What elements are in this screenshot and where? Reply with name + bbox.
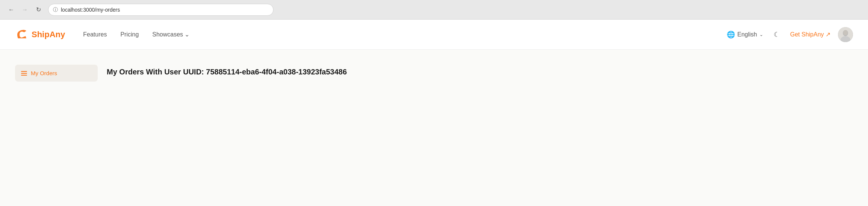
showcases-chevron-icon: ⌄	[184, 31, 189, 38]
get-shipany-button[interactable]: Get ShipAny ↗	[790, 31, 830, 38]
nav-buttons: ← → ↻	[6, 5, 44, 15]
language-selector[interactable]: 🌐 English ⌄	[727, 30, 763, 39]
showcases-label: Showcases	[152, 31, 183, 38]
features-link[interactable]: Features	[83, 31, 107, 38]
features-label: Features	[83, 31, 107, 38]
svg-point-3	[843, 30, 848, 35]
content-area: My Orders With User UUID: 75885114-eba6-…	[107, 65, 853, 82]
moon-icon: ☾	[774, 30, 780, 39]
pricing-link[interactable]: Pricing	[120, 31, 139, 38]
theme-toggle-button[interactable]: ☾	[771, 29, 783, 41]
nav-links: Features Pricing Showcases ⌄	[83, 31, 727, 38]
hamburger-line-1	[21, 71, 27, 72]
sidebar-my-orders[interactable]: My Orders	[15, 65, 98, 82]
info-icon: ⓘ	[53, 6, 58, 13]
address-bar[interactable]: ⓘ localhost:3000/my-orders	[48, 4, 274, 16]
page-content: ShipAny Features Pricing Showcases ⌄ 🌐 E…	[0, 20, 868, 206]
avatar-placeholder	[838, 27, 853, 42]
my-orders-label: My Orders	[31, 70, 57, 76]
globe-icon: 🌐	[727, 30, 735, 39]
sidebar: My Orders	[15, 65, 98, 82]
hamburger-line-2	[21, 73, 27, 74]
shipany-logo-icon	[15, 28, 29, 41]
reload-button[interactable]: ↻	[33, 5, 44, 15]
main-content: My Orders My Orders With User UUID: 7588…	[0, 50, 868, 97]
pricing-label: Pricing	[120, 31, 139, 38]
page-heading: My Orders With User UUID: 75885114-eba6-…	[107, 68, 347, 76]
hamburger-icon	[21, 71, 27, 76]
hamburger-line-3	[21, 75, 27, 76]
browser-chrome: ← → ↻ ⓘ localhost:3000/my-orders	[0, 0, 868, 20]
language-chevron-icon: ⌄	[759, 32, 763, 37]
showcases-link[interactable]: Showcases ⌄	[152, 31, 189, 38]
nav-right: 🌐 English ⌄ ☾ Get ShipAny ↗	[727, 27, 853, 42]
forward-button[interactable]: →	[20, 5, 30, 15]
logo-text: ShipAny	[32, 30, 65, 39]
user-avatar[interactable]	[838, 27, 853, 42]
get-shipany-label: Get ShipAny ↗	[790, 31, 830, 38]
language-label: English	[737, 31, 757, 38]
logo-link[interactable]: ShipAny	[15, 28, 65, 41]
url-text: localhost:3000/my-orders	[61, 7, 120, 13]
nav-header: ShipAny Features Pricing Showcases ⌄ 🌐 E…	[0, 20, 868, 50]
back-button[interactable]: ←	[6, 5, 17, 15]
